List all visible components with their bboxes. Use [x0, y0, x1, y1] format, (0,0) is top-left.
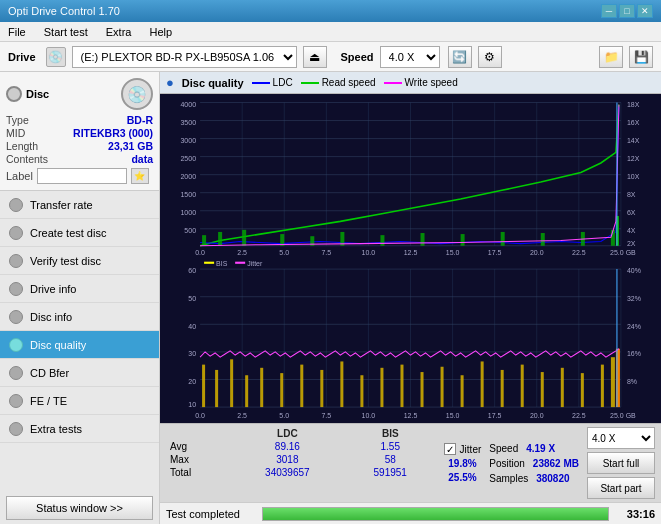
total-row: Total 34039657 591951 — [166, 466, 436, 479]
svg-text:2X: 2X — [627, 239, 636, 248]
chart-title: Disc quality — [182, 77, 244, 89]
nav-item-disc-quality[interactable]: Disc quality — [0, 331, 159, 359]
svg-text:20: 20 — [188, 377, 196, 386]
svg-text:10.0: 10.0 — [362, 410, 376, 419]
length-label: Length — [6, 140, 59, 152]
speed-select[interactable]: 4.0 X — [380, 46, 440, 68]
svg-text:4X: 4X — [627, 226, 636, 235]
position-value: 23862 MB — [533, 458, 579, 469]
drive-select[interactable]: (E:) PLEXTOR BD-R PX-LB950SA 1.06 — [72, 46, 297, 68]
svg-rect-110 — [501, 370, 504, 407]
start-full-button[interactable]: Start full — [587, 452, 655, 474]
chart-icon: ● — [166, 75, 174, 90]
menu-extra[interactable]: Extra — [102, 24, 136, 40]
jitter-checkbox[interactable]: ✓ — [444, 443, 456, 455]
speed-label: Speed — [341, 51, 374, 63]
nav-item-extra-tests[interactable]: Extra tests — [0, 415, 159, 443]
speed-position-stats: Speed 4.19 X Position 23862 MB Samples 3… — [489, 427, 579, 499]
nav-item-transfer-rate[interactable]: Transfer rate — [0, 191, 159, 219]
svg-text:5.0: 5.0 — [279, 248, 289, 257]
svg-text:0.0: 0.0 — [195, 410, 205, 419]
svg-text:15.0: 15.0 — [446, 410, 460, 419]
info-button[interactable]: 📁 — [599, 46, 623, 68]
svg-text:1500: 1500 — [180, 190, 196, 199]
svg-text:2.5: 2.5 — [237, 248, 247, 257]
svg-rect-65 — [235, 262, 245, 264]
start-part-button[interactable]: Start part — [587, 477, 655, 499]
svg-rect-38 — [218, 232, 222, 246]
svg-rect-103 — [360, 375, 363, 407]
svg-text:2000: 2000 — [180, 172, 196, 181]
svg-rect-98 — [260, 368, 263, 407]
save-button[interactable]: 💾 — [629, 46, 653, 68]
nav-item-verify-test-disc[interactable]: Verify test disc — [0, 247, 159, 275]
charts-wrapper: 4000 3500 3000 2500 2000 1500 1000 500 1… — [160, 94, 661, 423]
nav-item-fe-te[interactable]: FE / TE — [0, 387, 159, 415]
svg-text:8%: 8% — [627, 377, 638, 386]
bis-header: BIS — [345, 427, 436, 440]
svg-text:7.5: 7.5 — [321, 248, 331, 257]
bottom-bar: Test completed 33:16 — [160, 502, 661, 524]
menu-file[interactable]: File — [4, 24, 30, 40]
label-button[interactable]: ⭐ — [131, 168, 149, 184]
svg-text:3500: 3500 — [180, 118, 196, 127]
eject-button[interactable]: ⏏ — [303, 46, 327, 68]
svg-text:32%: 32% — [627, 294, 642, 303]
type-value: BD-R — [63, 114, 153, 126]
stats-bar: LDC BIS Avg 89.16 1.55 Max 3018 — [160, 423, 661, 502]
nav-item-drive-info[interactable]: Drive info — [0, 275, 159, 303]
menu-bar: File Start test Extra Help — [0, 22, 661, 42]
chart-header: ● Disc quality LDC Read speed Write spee… — [160, 72, 661, 94]
menu-help[interactable]: Help — [145, 24, 176, 40]
jitter-label: Jitter — [460, 444, 482, 455]
svg-text:50: 50 — [188, 294, 196, 303]
main-content: Disc 💿 Type BD-R MID RITEKBR3 (000) Leng… — [0, 72, 661, 524]
jitter-stats: ✓ Jitter 19.8% 25.5% — [444, 427, 482, 499]
position-label: Position — [489, 458, 525, 469]
status-window-button[interactable]: Status window >> — [6, 496, 153, 520]
minimize-button[interactable]: ─ — [601, 4, 617, 18]
label-label: Label — [6, 170, 33, 182]
svg-rect-102 — [340, 361, 343, 407]
menu-start-test[interactable]: Start test — [40, 24, 92, 40]
svg-rect-113 — [561, 368, 564, 407]
svg-text:500: 500 — [184, 226, 196, 235]
svg-rect-99 — [280, 373, 283, 407]
svg-rect-63 — [204, 262, 214, 264]
svg-rect-101 — [320, 370, 323, 407]
svg-rect-105 — [400, 365, 403, 407]
ldc-header: LDC — [230, 427, 345, 440]
label-row: Label ⭐ — [6, 168, 153, 184]
nav-item-create-test-disc[interactable]: Create test disc — [0, 219, 159, 247]
window-controls: ─ □ ✕ — [601, 4, 653, 18]
legend-write-speed: Write speed — [384, 77, 458, 88]
svg-text:20.0: 20.0 — [530, 248, 544, 257]
settings-button[interactable]: ⚙ — [478, 46, 502, 68]
svg-rect-109 — [481, 361, 484, 407]
speed-dropdown[interactable]: 4.0 X — [587, 427, 655, 449]
nav-item-cd-bfer[interactable]: CD Bfer — [0, 359, 159, 387]
label-input[interactable] — [37, 168, 127, 184]
maximize-button[interactable]: □ — [619, 4, 635, 18]
svg-text:14X: 14X — [627, 136, 640, 145]
svg-rect-106 — [421, 372, 424, 407]
length-value: 23,31 GB — [63, 140, 153, 152]
nav-item-disc-info[interactable]: Disc info — [0, 303, 159, 331]
refresh-button[interactable]: 🔄 — [448, 46, 472, 68]
read-speed-legend-line — [301, 82, 319, 84]
svg-text:BIS: BIS — [216, 259, 227, 268]
svg-text:10: 10 — [188, 400, 196, 409]
content-area: ● Disc quality LDC Read speed Write spee… — [160, 72, 661, 524]
type-label: Type — [6, 114, 59, 126]
avg-row: Avg 89.16 1.55 — [166, 440, 436, 453]
svg-text:6X: 6X — [627, 208, 636, 217]
svg-text:0.0: 0.0 — [195, 248, 205, 257]
drive-icon: 💿 — [46, 47, 66, 67]
jitter-avg: 19.8% — [444, 458, 482, 469]
legend-ldc: LDC — [252, 77, 293, 88]
svg-text:8X: 8X — [627, 190, 636, 199]
svg-text:16%: 16% — [627, 349, 642, 358]
jitter-header-row: ✓ Jitter — [444, 443, 482, 455]
contents-label: Contents — [6, 153, 59, 165]
close-button[interactable]: ✕ — [637, 4, 653, 18]
